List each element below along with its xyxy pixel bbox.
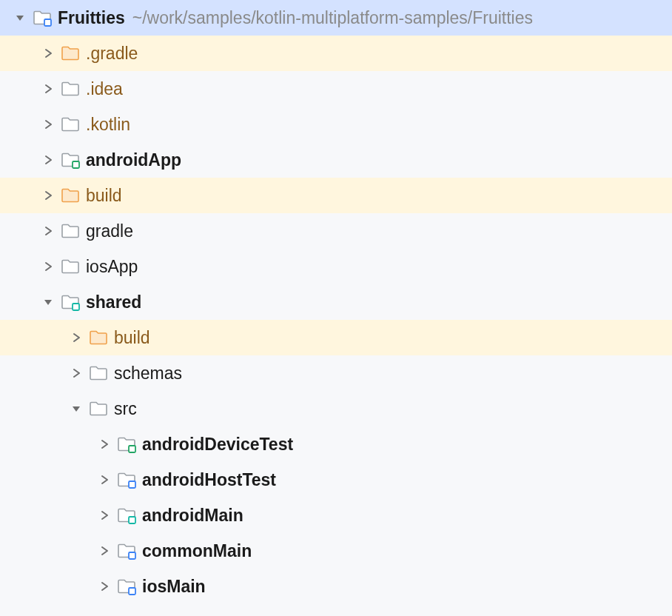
tree-row-commonMain[interactable]: commonMain	[0, 533, 672, 569]
tree-item-label: .gradle	[86, 44, 138, 64]
tree-item-label: androidHostTest	[142, 470, 276, 490]
tree-row-build[interactable]: build	[0, 178, 672, 213]
tree-row-kotlin[interactable]: .kotlin	[0, 107, 672, 142]
chevron-down-icon[interactable]	[40, 294, 56, 310]
svg-rect-7	[129, 588, 135, 595]
chevron-right-icon[interactable]	[96, 507, 112, 523]
module-teal-icon	[61, 292, 80, 312]
tree-item-label: shared	[86, 292, 141, 312]
tree-row-shared[interactable]: shared	[0, 284, 672, 320]
tree-item-label: androidMain	[142, 506, 243, 526]
tree-item-label: commonMain	[142, 541, 252, 561]
tree-item-label: build	[114, 328, 150, 348]
tree-row-androidHostTest[interactable]: androidHostTest	[0, 462, 672, 498]
svg-rect-2	[73, 304, 79, 310]
chevron-right-icon[interactable]	[40, 81, 56, 97]
svg-rect-4	[129, 481, 135, 488]
svg-rect-1	[73, 161, 79, 168]
module-green-icon	[117, 435, 136, 454]
chevron-right-icon[interactable]	[40, 187, 56, 204]
tree-item-label: iosApp	[86, 257, 138, 277]
tree-item-label: .kotlin	[86, 115, 130, 135]
tree-item-label: src	[114, 399, 137, 419]
tree-item-label: androidDeviceTest	[142, 435, 293, 455]
module-green-icon	[61, 150, 80, 170]
tree-row-idea[interactable]: .idea	[0, 71, 672, 107]
chevron-right-icon[interactable]	[40, 258, 56, 275]
folder-gray-icon	[61, 79, 80, 98]
tree-row-androidDeviceTest[interactable]: androidDeviceTest	[0, 426, 672, 462]
folder-gray-icon	[89, 364, 108, 383]
chevron-right-icon[interactable]	[40, 45, 56, 61]
tree-row-androidMain[interactable]: androidMain	[0, 498, 672, 533]
module-blue-icon	[117, 470, 136, 489]
chevron-right-icon[interactable]	[96, 436, 112, 452]
module-blue-icon	[33, 8, 52, 27]
tree-row-iosMain[interactable]: iosMain	[0, 569, 672, 604]
svg-rect-0	[44, 19, 51, 26]
tree-row-androidApp[interactable]: androidApp	[0, 142, 672, 178]
tree-item-label: Fruitties	[58, 8, 125, 28]
chevron-down-icon[interactable]	[68, 401, 84, 417]
chevron-right-icon[interactable]	[68, 329, 84, 346]
tree-item-label: schemas	[114, 364, 182, 384]
tree-row-shared-build[interactable]: build	[0, 320, 672, 355]
chevron-right-icon[interactable]	[40, 116, 56, 133]
chevron-right-icon[interactable]	[40, 152, 56, 168]
folder-gray-icon	[61, 221, 80, 241]
chevron-right-icon[interactable]	[96, 543, 112, 559]
folder-orange-icon	[89, 328, 108, 347]
chevron-right-icon[interactable]	[96, 578, 112, 595]
folder-gray-icon	[61, 115, 80, 134]
svg-rect-6	[129, 552, 135, 559]
svg-rect-5	[129, 517, 135, 523]
tree-row-root[interactable]: Fruitties~/work/samples/kotlin-multiplat…	[0, 0, 672, 36]
module-blue-icon	[117, 577, 136, 596]
module-blue-icon	[117, 541, 136, 560]
tree-item-label: androidApp	[86, 150, 181, 170]
tree-item-label: build	[86, 186, 122, 206]
chevron-right-icon[interactable]	[68, 365, 84, 381]
svg-rect-3	[129, 446, 135, 452]
chevron-right-icon[interactable]	[40, 223, 56, 239]
tree-item-label: .idea	[86, 79, 123, 99]
tree-row-iosApp[interactable]: iosApp	[0, 249, 672, 284]
tree-row-gradle[interactable]: gradle	[0, 213, 672, 249]
tree-item-label: iosMain	[142, 577, 206, 597]
chevron-right-icon[interactable]	[96, 472, 112, 488]
folder-orange-icon	[61, 44, 80, 63]
module-teal-icon	[117, 506, 136, 525]
project-path: ~/work/samples/kotlin-multiplatform-samp…	[132, 8, 533, 28]
folder-orange-icon	[61, 186, 80, 205]
chevron-down-icon[interactable]	[12, 10, 28, 26]
project-tree[interactable]: Fruitties~/work/samples/kotlin-multiplat…	[0, 0, 672, 616]
tree-row-gradle-dot[interactable]: .gradle	[0, 36, 672, 71]
folder-gray-icon	[61, 257, 80, 276]
tree-item-label: gradle	[86, 221, 133, 241]
folder-gray-icon	[89, 399, 108, 418]
tree-row-src[interactable]: src	[0, 391, 672, 426]
tree-row-schemas[interactable]: schemas	[0, 355, 672, 391]
